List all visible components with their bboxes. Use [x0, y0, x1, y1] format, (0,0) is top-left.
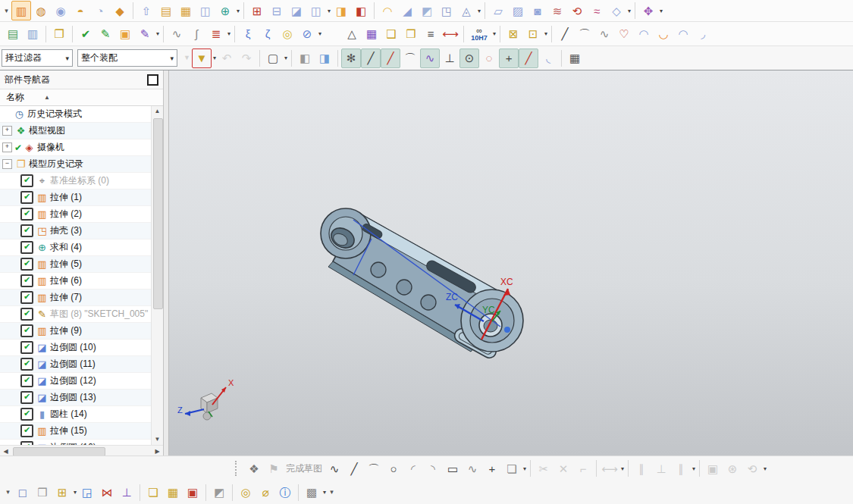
toolbar-more-caret[interactable]: ▾ — [327, 483, 337, 502]
group-features-button[interactable]: ❒ — [401, 24, 421, 44]
arc-center-snap-button[interactable]: ⊙ — [459, 49, 479, 68]
highlight-lines-button[interactable]: ≣ — [206, 24, 226, 44]
information-window-button[interactable]: ≡ — [421, 24, 441, 44]
variational-sweep-button[interactable]: ⟲ — [567, 1, 587, 20]
studio-surface-button[interactable]: ≈ — [587, 1, 607, 20]
feature-checkbox[interactable]: ✔ — [20, 324, 33, 337]
tree-item[interactable]: ✔◳抽壳 (3) — [0, 223, 152, 239]
profile-button[interactable]: ∿ — [325, 459, 344, 478]
check-model-button[interactable]: ▣ — [115, 24, 135, 44]
endpoint-snap-button[interactable]: ╱ — [361, 49, 381, 68]
chevron-down-icon[interactable]: ▾ — [74, 489, 77, 496]
revolve-button[interactable]: ◍ — [31, 1, 51, 20]
measure-distance-button[interactable]: ⟷ — [441, 24, 460, 44]
boolean-combine-button[interactable]: ⊕ — [215, 1, 235, 20]
tree-item[interactable]: +❖模型视图 — [0, 123, 152, 139]
feature-checkbox[interactable]: ✔ — [20, 391, 33, 404]
toolbar-drag-handle[interactable] — [235, 461, 240, 476]
selection-scope-dropdown[interactable]: 整个装配 ▾ — [77, 49, 177, 67]
midpoint-snap-button[interactable]: ╱ — [381, 49, 400, 68]
through-curves-button[interactable]: ▨ — [508, 1, 528, 20]
tree-item[interactable]: ✔⊕求和 (4) — [0, 239, 152, 256]
point-button[interactable]: + — [482, 459, 502, 478]
chevron-down-icon[interactable]: ▾ — [764, 465, 767, 472]
chevron-down-icon[interactable]: ▾ — [284, 55, 287, 61]
feature-checkbox[interactable]: ✔ — [20, 308, 33, 321]
curvature-analysis-button[interactable]: ∫ — [187, 24, 206, 44]
tree-item[interactable]: ✔▥拉伸 (7) — [0, 290, 152, 306]
assembly-information-button[interactable]: ⓘ — [275, 483, 295, 502]
expand-icon[interactable]: + — [2, 142, 12, 152]
tree-item[interactable]: ✔▥拉伸 (9) — [0, 323, 152, 340]
rectangle-button[interactable]: ▭ — [443, 459, 463, 478]
layer-settings-button[interactable]: ▤ — [3, 24, 23, 44]
chevron-down-icon[interactable]: ▾ — [544, 30, 547, 37]
rectangle-select-button[interactable]: ▢ — [263, 49, 283, 68]
grid-snap-button[interactable]: ▦ — [565, 49, 585, 68]
open-sketch-button[interactable]: ❖ — [244, 459, 264, 478]
n-sided-surface-button[interactable]: ◇ — [607, 1, 626, 20]
pattern-feature-button[interactable]: ▤ — [156, 1, 176, 20]
chevron-down-icon[interactable]: ▾ — [493, 30, 496, 37]
show-product-outline-button[interactable]: ◻ — [13, 483, 33, 502]
pole-snap-button[interactable]: ∿ — [420, 49, 440, 68]
draft-button[interactable]: ◩ — [417, 1, 437, 20]
tree-item[interactable]: ✔◪边倒圆 (10) — [0, 340, 152, 356]
mirror-feature-button[interactable]: ◫ — [196, 1, 215, 20]
quadrant-snap-button[interactable]: ◌ — [479, 49, 499, 68]
intersection-snap-button[interactable]: ⊥ — [440, 49, 459, 68]
spline-curve-button[interactable]: ∿ — [594, 24, 614, 44]
assembly-constraints-button[interactable]: ⊥ — [117, 483, 136, 502]
undock-panel-button[interactable] — [147, 74, 158, 86]
mirror-assembly-button[interactable]: ⋈ — [97, 483, 117, 502]
view-triad[interactable]: Z X — [177, 378, 234, 420]
seal-ring-button[interactable]: ◎ — [278, 24, 297, 44]
component-sequence-button[interactable]: ▣ — [183, 483, 202, 502]
open-component-button[interactable]: ❒ — [33, 483, 52, 502]
scroll-down-arrow[interactable]: ▼ — [152, 434, 163, 445]
tree-item[interactable]: +✔◈摄像机 — [0, 139, 152, 156]
datum-plane-button[interactable]: △ — [342, 24, 362, 44]
model-canvas[interactable]: XC ZC YC Z X — [169, 70, 853, 455]
tree-item[interactable]: ✔▥拉伸 (5) — [0, 256, 152, 273]
tree-item[interactable]: ✔◪边倒圆 (12) — [0, 373, 152, 390]
examine-geometry-button[interactable]: ✔ — [76, 24, 96, 44]
fit-tolerance-button[interactable]: ∞10H7 — [467, 24, 491, 44]
tree-item[interactable]: ✔▥拉伸 (15) — [0, 423, 152, 440]
line-curve-button[interactable]: ╱ — [555, 24, 575, 44]
through-curve-mesh-button[interactable]: ◙ — [528, 1, 547, 20]
lever-arm-model[interactable] — [321, 208, 523, 360]
control-point-snap-button[interactable]: ⌒ — [400, 49, 420, 68]
tree-item[interactable]: ✔▥拉伸 (2) — [0, 206, 152, 223]
arc-button[interactable]: ⌒ — [364, 459, 384, 478]
unite-button[interactable]: ⊞ — [247, 1, 267, 20]
wave-geometry-linker-button[interactable]: ▩ — [302, 483, 321, 502]
tree-item[interactable]: ✔◪边倒圆 (16) — [0, 440, 152, 445]
isoparametric-curve-button[interactable]: ◞ — [693, 24, 713, 44]
heart-curve-button[interactable]: ♡ — [614, 24, 634, 44]
studio-spline-button[interactable]: ∿ — [463, 459, 482, 478]
chamfer-button[interactable]: ◢ — [397, 1, 417, 20]
spreadsheet-button[interactable]: ▦ — [362, 24, 381, 44]
section-analysis-button[interactable]: ∿ — [167, 24, 187, 44]
point-on-curve-snap-button[interactable]: ╱ — [519, 49, 538, 68]
unlock-features-button[interactable]: ⊡ — [523, 24, 543, 44]
tree-item[interactable]: ✔▥拉伸 (6) — [0, 273, 152, 290]
swept-button[interactable]: ≋ — [547, 1, 567, 20]
pattern-component-button[interactable]: ▦ — [163, 483, 183, 502]
feature-checkbox[interactable]: ✔ — [20, 191, 33, 204]
feature-checkbox[interactable]: ✔ — [20, 241, 33, 254]
point-on-surface-snap-button[interactable]: ◟ — [538, 49, 558, 68]
chevron-down-icon[interactable]: ▾ — [227, 30, 230, 37]
combined-projection-button[interactable]: ◡ — [654, 24, 673, 44]
tree-item[interactable]: ✔▮圆柱 (14) — [0, 406, 152, 423]
feature-checkbox[interactable]: ✔ — [20, 274, 33, 287]
check-feature-button[interactable]: ✎ — [96, 24, 115, 44]
rename-feature-button[interactable]: ✎ — [135, 24, 155, 44]
arc-curve-button[interactable]: ⌒ — [575, 24, 594, 44]
chevron-down-icon[interactable]: ▾ — [523, 465, 526, 472]
chamfer-button[interactable]: ◝ — [423, 459, 443, 478]
point-set-button[interactable]: ❑ — [381, 24, 401, 44]
feature-checkbox[interactable]: ✔ — [20, 291, 33, 304]
chevron-down-icon[interactable]: ▾ — [478, 8, 481, 14]
